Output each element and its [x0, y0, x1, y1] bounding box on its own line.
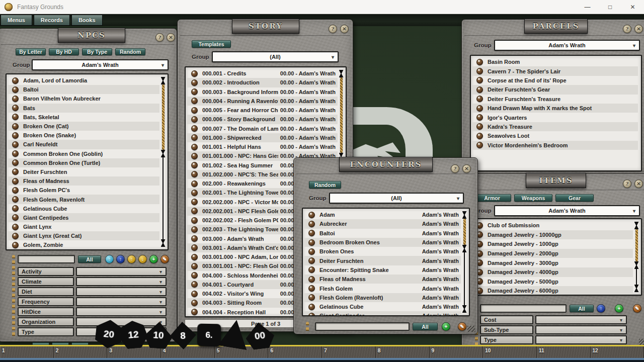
scrollbar[interactable] — [160, 77, 166, 247]
story-group-select[interactable]: (All) ▾ — [212, 51, 339, 62]
filter-dropdown[interactable]: ▾ — [535, 325, 627, 334]
help-icon[interactable]: ? — [451, 164, 459, 173]
entry-bullet-icon[interactable] — [476, 114, 483, 121]
item-list-item[interactable]: Damaged Jewelry - 10000gp — [472, 230, 633, 240]
entry-bullet-icon[interactable] — [12, 168, 19, 175]
entry-bullet-icon[interactable] — [191, 116, 198, 123]
scroll-knob-icon[interactable] — [161, 150, 166, 157]
entry-bullet-icon[interactable] — [191, 134, 198, 141]
parcel-list-item[interactable]: Igor's Quarters — [472, 113, 638, 122]
encounter-list-item[interactable]: Broken Ones Adam's Wrath — [304, 247, 461, 256]
entry-bullet-icon[interactable] — [191, 70, 198, 77]
entry-bullet-icon[interactable] — [12, 178, 19, 185]
filter-dropdown[interactable]: ▾ — [76, 307, 167, 316]
npc-list-item[interactable]: Fleas of Madness — [8, 176, 159, 186]
npc-list-item[interactable]: Baron Vilhelm Von Aubrecker — [8, 94, 159, 103]
npc-list-item[interactable]: Common Broken One (Turtle) — [8, 158, 159, 167]
filter-dropdown[interactable]: ▾ — [535, 315, 627, 324]
blue-up-arrow-button[interactable]: ↑ — [116, 255, 125, 263]
entry-bullet-icon[interactable] — [476, 123, 483, 130]
filter-dropdown[interactable]: ▾ — [76, 297, 167, 306]
scroll-rope-thumb[interactable] — [162, 84, 165, 150]
menu-tab[interactable]: Records — [34, 15, 70, 26]
close-icon[interactable]: ✕ — [462, 164, 471, 173]
entry-bullet-icon[interactable] — [12, 233, 19, 239]
edit-button[interactable]: ✎ — [633, 304, 641, 313]
entry-bullet-icon[interactable] — [476, 86, 483, 93]
help-icon[interactable]: ? — [155, 33, 164, 42]
scroll-knob-icon[interactable] — [462, 245, 467, 252]
items-category-tab[interactable]: Weapons — [514, 194, 552, 202]
close-icon[interactable]: ✕ — [634, 25, 643, 33]
entry-bullet-icon[interactable] — [12, 187, 19, 194]
entry-bullet-icon[interactable] — [12, 159, 19, 166]
item-list-item[interactable]: Damaged Jewelry - 1000gp — [472, 239, 633, 249]
entry-bullet-icon[interactable] — [12, 96, 19, 102]
hotkey-slot[interactable]: 2 — [54, 346, 108, 358]
edit-button[interactable]: ✎ — [458, 322, 466, 331]
scroll-knob-icon[interactable] — [634, 222, 639, 229]
npcs-sort-tab[interactable]: By HD — [49, 48, 79, 55]
close-icon[interactable]: ✕ — [167, 33, 175, 42]
filter-dropdown[interactable]: ▾ — [76, 287, 167, 296]
entry-bullet-icon[interactable] — [191, 272, 198, 279]
npcs-search-input[interactable] — [18, 255, 75, 263]
encounters-all-button[interactable]: All — [413, 323, 438, 330]
entry-bullet-icon[interactable] — [12, 77, 19, 84]
entry-bullet-icon[interactable] — [308, 313, 315, 316]
npc-list-item[interactable]: Carl Neufeldt — [8, 140, 159, 149]
scroll-knob-icon[interactable] — [161, 239, 166, 247]
scrollbar[interactable] — [462, 211, 467, 313]
encounters-random-button[interactable]: Random — [309, 181, 341, 189]
entry-bullet-icon[interactable] — [308, 239, 315, 246]
entry-bullet-icon[interactable] — [476, 133, 483, 139]
entry-bullet-icon[interactable] — [12, 86, 19, 93]
npc-list-item[interactable]: Deiter Furschten — [8, 167, 159, 176]
scroll-knob-icon[interactable] — [462, 305, 467, 313]
menu-tab[interactable]: Books — [71, 15, 103, 26]
scrollbar[interactable] — [634, 222, 639, 292]
entry-bullet-icon[interactable] — [12, 123, 19, 130]
entry-bullet-icon[interactable] — [191, 226, 198, 233]
entry-bullet-icon[interactable] — [476, 105, 483, 112]
hotkey-slot[interactable]: 4 — [161, 346, 215, 358]
hotkey-slot[interactable]: 1 — [0, 346, 54, 358]
hotkey-slot[interactable]: 6 — [268, 346, 322, 358]
entry-bullet-icon[interactable] — [191, 199, 198, 205]
gold-up-arrow-button[interactable]: ↑ — [127, 255, 136, 263]
entry-bullet-icon[interactable] — [191, 153, 198, 159]
menu-tab[interactable]: Menus — [1, 15, 32, 26]
encounter-list-item[interactable]: Flesh Golem (Ravenloft) Adam's Wrath — [304, 293, 461, 302]
story-list-item[interactable]: 000.001 - Credits 00.00 - Adam's Wrath — [187, 69, 338, 78]
npc-list-item[interactable]: Broken One (Cat) — [8, 122, 159, 131]
story-list-item[interactable]: 000.005 - Fear and Horror Checks 00.00 -… — [187, 106, 338, 115]
encounter-list-item[interactable]: Flesh Golem Adam's Wrath — [304, 284, 461, 293]
entry-bullet-icon[interactable] — [308, 304, 315, 310]
add-button[interactable]: + — [442, 322, 450, 331]
entry-bullet-icon[interactable] — [308, 285, 315, 292]
npcs-all-button[interactable]: All — [78, 255, 101, 263]
npc-list-item[interactable]: Gelatinous Cube — [8, 204, 159, 213]
story-list-item[interactable]: 000.006 - Story Background 00.00 - Adam'… — [187, 115, 338, 124]
parcel-list-item[interactable]: Seawolves Loot — [472, 131, 638, 140]
story-templates-button[interactable]: Templates — [192, 40, 231, 48]
story-list-item[interactable]: 000.002 - Introduction 00.00 - Adam's Wr… — [187, 78, 338, 87]
item-list-item[interactable]: Club of Submission — [472, 221, 633, 230]
entry-bullet-icon[interactable] — [191, 190, 198, 196]
entry-bullet-icon[interactable] — [191, 217, 198, 224]
entry-bullet-icon[interactable] — [191, 291, 198, 297]
parcel-list-item[interactable]: Cavern 7 - The Spider's Lair — [472, 66, 638, 75]
entry-bullet-icon[interactable] — [308, 230, 315, 236]
encounter-list-item[interactable]: Bedroom Broken Ones Adam's Wrath — [304, 238, 461, 247]
entry-bullet-icon[interactable] — [476, 59, 483, 65]
story-list-item[interactable]: 000.004 - Running A Ravenloft Adventure … — [187, 97, 338, 106]
add-button[interactable]: + — [615, 304, 623, 313]
entry-bullet-icon[interactable] — [476, 77, 483, 83]
hotkey-slot[interactable]: 9 — [430, 346, 484, 358]
entry-bullet-icon[interactable] — [308, 221, 315, 227]
entry-bullet-icon[interactable] — [12, 205, 19, 212]
add-button[interactable]: + — [149, 255, 158, 263]
entry-bullet-icon[interactable] — [308, 248, 315, 255]
entry-bullet-icon[interactable] — [191, 300, 198, 306]
entry-bullet-icon[interactable] — [191, 309, 198, 315]
